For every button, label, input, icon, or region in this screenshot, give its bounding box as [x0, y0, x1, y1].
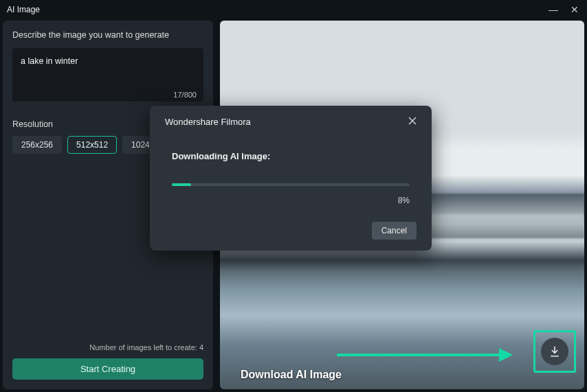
describe-label: Describe the image you want to generate [12, 30, 203, 40]
sidebar-footer: Number of images left to create: 4 Start… [12, 343, 203, 380]
close-icon[interactable]: ✕ [571, 4, 579, 15]
annotation-arrow [337, 354, 502, 356]
resolution-chip-512[interactable]: 512x512 [67, 136, 117, 154]
window-title: AI Image [7, 5, 40, 14]
char-count: 17/800 [173, 91, 197, 99]
titlebar: AI Image [0, 0, 587, 19]
preview-caption: Download AI Image [241, 369, 342, 381]
cancel-button[interactable]: Cancel [372, 222, 417, 240]
download-icon-highlight [533, 330, 576, 373]
progress-percent: 8% [172, 196, 410, 205]
images-left-label: Number of images left to create: 4 [12, 343, 203, 351]
dialog-title: Wondershare Filmora [165, 117, 251, 127]
minimize-icon[interactable]: — [549, 4, 558, 15]
prompt-text: a lake in winter [21, 56, 78, 66]
dialog-close-icon[interactable] [408, 115, 417, 128]
progress-bar [172, 183, 410, 186]
download-dialog: Wondershare Filmora Downloading AI Image… [150, 106, 432, 251]
download-button[interactable] [541, 338, 568, 365]
progress-fill [172, 183, 191, 186]
prompt-input[interactable]: a lake in winter 17/800 [12, 48, 203, 102]
window-controls: — ✕ [540, 0, 587, 19]
start-creating-button[interactable]: Start Creating [12, 358, 203, 380]
download-icon [549, 345, 561, 358]
download-status-label: Downloading AI Image: [172, 151, 410, 161]
resolution-chip-256[interactable]: 256x256 [12, 136, 62, 154]
